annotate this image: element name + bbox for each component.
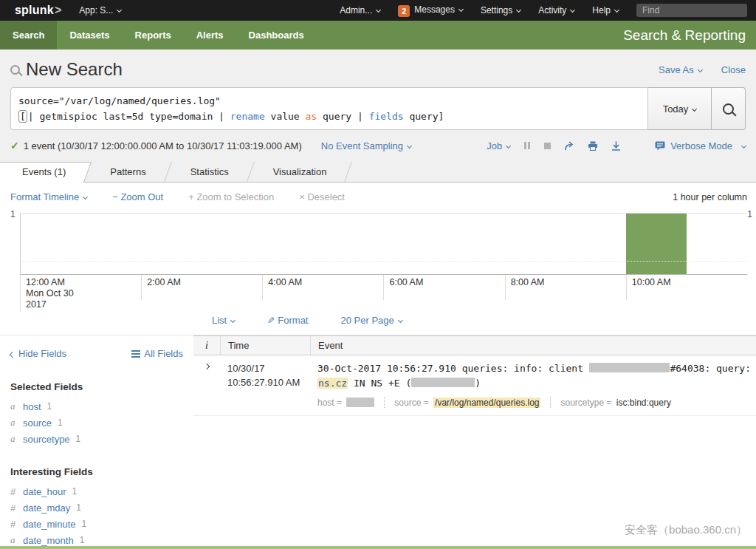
splunk-logo[interactable]: splunk>: [15, 4, 61, 17]
run-search-button[interactable]: [712, 87, 746, 130]
admin-menu[interactable]: Admin...: [340, 5, 380, 16]
field-count: 1: [72, 486, 78, 497]
field-value[interactable]: isc:bind:query: [616, 398, 671, 408]
redacted-text[interactable]: [346, 398, 374, 407]
deselect-button[interactable]: × Deselect: [299, 191, 345, 202]
bottom-green-strip: [0, 546, 756, 549]
field-type-icon: #: [10, 486, 23, 497]
field-type-icon: a: [10, 534, 23, 546]
chevron-down-icon: [458, 6, 464, 11]
all-fields-button[interactable]: All Fields: [131, 348, 183, 359]
y-axis-label-left: 1: [10, 209, 16, 219]
event-text-segment: 30-Oct-2017 10:56:27.910 queries: info: …: [317, 363, 589, 374]
interesting-field-date_minute[interactable]: #date_minute1: [10, 516, 183, 532]
appbar-item-search[interactable]: Search: [0, 21, 57, 50]
highlighted-match[interactable]: ns.cz: [317, 378, 348, 389]
event-sampling-menu[interactable]: No Event Sampling: [321, 140, 411, 151]
zoom-to-selection-button[interactable]: + Zoom to Selection: [188, 191, 274, 202]
search-query-input[interactable]: source="/var/log/named/queries.log" [| g…: [10, 87, 648, 130]
field-value[interactable]: /var/log/named/queries.log: [433, 398, 540, 408]
appbar-item-dashboards[interactable]: Dashboards: [236, 21, 317, 50]
app-menu[interactable]: App: S...: [79, 5, 121, 16]
appbar-item-alerts[interactable]: Alerts: [184, 21, 236, 50]
time-range-picker[interactable]: Today: [648, 87, 712, 130]
event-row: 10/30/17 10:56:27.910 AM 30-Oct-2017 10:…: [193, 355, 756, 416]
field-type-icon: a: [10, 417, 23, 429]
query-token: | getmispioc last=5d type=domain |: [28, 111, 230, 122]
query-token: fields: [369, 111, 404, 122]
query-token: rename: [230, 111, 265, 122]
query-token: query]: [404, 111, 444, 122]
job-menu[interactable]: Job: [487, 140, 510, 151]
events-table-header: i Time Event: [193, 335, 756, 355]
field-separator: [550, 397, 551, 408]
y-axis-label-right: 1: [747, 209, 752, 219]
timeline-section: Format Timeline − Zoom Out + Zoom to Sel…: [0, 183, 756, 312]
stop-job-icon[interactable]: [544, 143, 551, 149]
query-line-1: source="/var/log/named/queries.log": [18, 93, 640, 109]
chevron-down-icon: [506, 143, 511, 148]
job-done-check-icon: ✓: [10, 140, 19, 151]
event-raw-text: ns.cz IN NS +E (): [317, 376, 756, 391]
export-download-icon[interactable]: [611, 141, 621, 151]
selected-fields-title: Selected Fields: [10, 381, 183, 392]
appbar-item-datasets[interactable]: Datasets: [57, 21, 122, 50]
column-header-info: i: [193, 336, 220, 355]
share-job-icon[interactable]: [564, 141, 574, 151]
close-button[interactable]: Close: [721, 64, 746, 75]
print-icon[interactable]: [588, 141, 598, 151]
chevron-down-icon: [698, 67, 703, 72]
list-view-menu[interactable]: List: [212, 315, 235, 326]
activity-menu[interactable]: Activity: [538, 5, 574, 16]
interesting-field-date_hour[interactable]: #date_hour1: [10, 483, 183, 499]
chevron-down-icon: [117, 7, 122, 13]
redacted-text: [411, 378, 475, 387]
find-input[interactable]: [636, 4, 747, 17]
event-text-segment: IN NS +E (: [348, 378, 411, 389]
selected-field-source[interactable]: asource1: [10, 415, 183, 431]
expand-event-button[interactable]: [193, 361, 220, 369]
tab-patterns[interactable]: Patterns: [88, 162, 168, 182]
settings-menu[interactable]: Settings: [481, 5, 520, 16]
timeline-bar[interactable]: [626, 214, 687, 274]
field-type-icon: #: [10, 519, 23, 530]
pencil-icon: ✎: [267, 316, 275, 326]
interesting-field-date_mday[interactable]: #date_mday1: [10, 499, 183, 516]
tab-statistics[interactable]: Statistics: [168, 162, 251, 182]
app-title: Search & Reporting: [623, 21, 756, 50]
x-tick-label: 4:00 AM: [262, 275, 383, 300]
chevron-down-icon: [376, 7, 381, 13]
tab-events-1[interactable]: Events (1): [0, 162, 88, 182]
top-bar: splunk> App: S... Admin... 2Messages Set…: [0, 0, 756, 21]
timeline-plot-area[interactable]: [20, 213, 747, 275]
format-timeline-menu[interactable]: Format Timeline: [10, 191, 87, 202]
messages-menu[interactable]: 2Messages: [398, 4, 463, 17]
search-mode-menu[interactable]: Verbose Mode: [655, 140, 746, 151]
field-count: 1: [80, 535, 85, 545]
event-field-host[interactable]: host =: [317, 398, 374, 408]
zoom-out-button[interactable]: − Zoom Out: [112, 191, 163, 202]
field-separator: [384, 397, 385, 408]
app-nav-bar: SearchDatasetsReportsAlertsDashboards Se…: [0, 21, 756, 50]
column-header-time: Time: [220, 336, 310, 355]
page-title: New Search: [26, 59, 659, 80]
tab-visualization[interactable]: Visualization: [251, 162, 349, 182]
appbar-item-reports[interactable]: Reports: [123, 21, 184, 50]
event-field-source[interactable]: source = /var/log/named/queries.log: [394, 398, 540, 408]
field-type-icon: #: [10, 502, 23, 514]
selected-field-sourcetype[interactable]: asourcetype1: [10, 431, 183, 447]
event-field-values: host = source = /var/log/named/queries.l…: [317, 397, 756, 408]
save-as-button[interactable]: Save As: [659, 64, 702, 75]
selected-field-host[interactable]: ahost1: [10, 398, 183, 415]
format-results-button[interactable]: ✎Format: [267, 315, 308, 326]
chevron-down-icon: [570, 7, 575, 13]
hide-fields-button[interactable]: Hide Fields: [10, 348, 66, 359]
interesting-fields-title: Interesting Fields: [10, 466, 183, 477]
per-page-menu[interactable]: 20 Per Page: [340, 315, 402, 326]
help-menu[interactable]: Help: [592, 5, 619, 16]
event-field-sourcetype[interactable]: sourcetype = isc:bind:query: [560, 398, 670, 408]
event-text-segment: #64038: query:: [670, 363, 756, 374]
pause-job-icon[interactable]: [523, 142, 531, 149]
search-icon: [10, 65, 20, 75]
event-raw-text: 30-Oct-2017 10:56:27.910 queries: info: …: [317, 361, 756, 376]
